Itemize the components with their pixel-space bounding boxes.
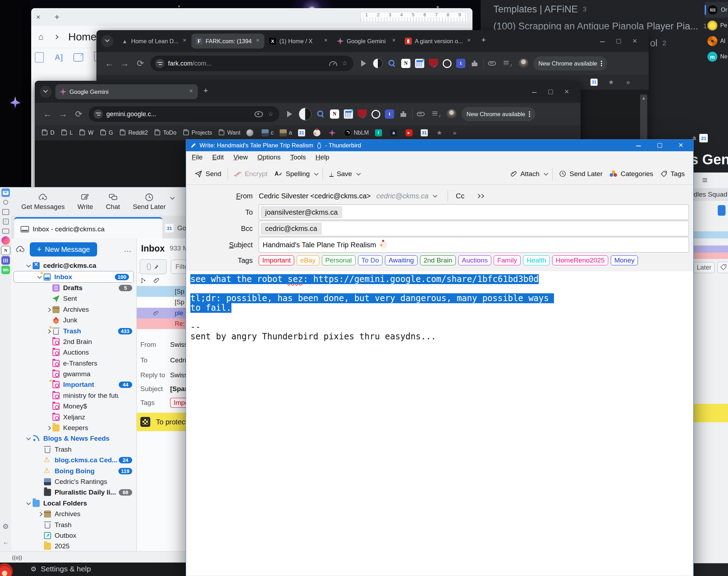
- calendar-31-bookmark-icon[interactable]: 31: [590, 79, 598, 86]
- extension-notion-icon[interactable]: N: [401, 59, 410, 68]
- settings-gear-icon[interactable]: ⚙: [1, 522, 10, 531]
- recipient-pill[interactable]: joansilvester@ckms.ca: [261, 207, 342, 218]
- bookmark-item[interactable]: [246, 129, 256, 136]
- extensions-menu-icon[interactable]: [470, 59, 479, 68]
- extension-shield-icon[interactable]: 73: [358, 109, 367, 119]
- close-tab-icon[interactable]: [323, 38, 329, 44]
- folder-row[interactable]: Outbox: [11, 530, 136, 541]
- folder-row[interactable]: Pluralistic Daily li... 68: [11, 487, 136, 498]
- close-tab-icon[interactable]: [254, 38, 261, 44]
- eye-icon[interactable]: [254, 111, 263, 117]
- network-status-icon[interactable]: ((o)): [12, 554, 22, 560]
- bookmark-item[interactable]: a: [390, 129, 399, 136]
- later-button-fragment[interactable]: Later: [694, 262, 715, 273]
- folder-row[interactable]: Keepers: [11, 423, 136, 433]
- bookmark-item[interactable]: Reddit2: [119, 129, 148, 136]
- folder-row[interactable]: Drafts 5: [11, 283, 136, 293]
- attach-button[interactable]: Attach: [506, 166, 543, 182]
- hamburger-menu-icon[interactable]: ≡: [702, 175, 707, 186]
- get-messages-button[interactable]: Get Messages: [21, 193, 65, 211]
- bookmark-item[interactable]: NbLM: [344, 129, 369, 137]
- browser-tab[interactable]: A giant version o...: [401, 34, 476, 49]
- reload-icon[interactable]: ⟳: [71, 109, 86, 119]
- close-button[interactable]: [673, 141, 689, 149]
- rail-tab[interactable]: Pe: [705, 18, 728, 33]
- send-later-button[interactable]: Send Later: [555, 166, 606, 182]
- notion-icon[interactable]: N: [1, 246, 10, 255]
- thread-column-icon[interactable]: [140, 277, 147, 284]
- close-button[interactable]: [627, 37, 643, 45]
- folder-row[interactable]: Trash: [11, 519, 136, 530]
- tag-pill[interactable]: Health: [523, 255, 550, 265]
- recipient-pill[interactable]: cedric@ckms.ca: [261, 223, 321, 235]
- star-bookmark-icon[interactable]: ★: [607, 79, 615, 86]
- spelling-dropdown-icon[interactable]: [313, 171, 320, 177]
- tags-button[interactable]: Tags: [657, 166, 688, 182]
- tag-pill[interactable]: Personal: [322, 255, 355, 265]
- menu-item[interactable]: View: [233, 153, 248, 161]
- quick-filter-button[interactable]: [140, 259, 167, 274]
- expander-icon[interactable]: [26, 501, 32, 506]
- chat-button[interactable]: Chat: [106, 193, 120, 211]
- expander-icon[interactable]: [45, 425, 52, 431]
- bookmark-item[interactable]: ToDo: [154, 129, 176, 136]
- browser-tab[interactable]: Google Gemini: [55, 84, 198, 99]
- minimize-button[interactable]: [630, 141, 646, 149]
- extension-calendar-icon[interactable]: [415, 59, 424, 68]
- subject-input[interactable]: Handmaid's Tale Plane Trip Realism: [259, 237, 689, 253]
- back-icon[interactable]: ←: [101, 58, 117, 68]
- folder-row[interactable]: gwamma: [11, 369, 136, 379]
- expander-icon[interactable]: [37, 511, 43, 517]
- bookmark-item[interactable]: W: [79, 129, 93, 136]
- browser-tab[interactable]: F FARK.com: (1394: [191, 34, 264, 49]
- bookmark-item[interactable]: L: [61, 129, 73, 136]
- settings-help-label[interactable]: Settings & help: [41, 565, 91, 573]
- to-input[interactable]: joansilvester@ckms.ca: [259, 204, 689, 220]
- write-button[interactable]: Write: [78, 193, 93, 211]
- expander-icon[interactable]: [26, 263, 32, 269]
- close-tab-icon[interactable]: [188, 89, 194, 95]
- extension-darkmode-icon[interactable]: [299, 108, 312, 120]
- tag-pill[interactable]: Auctions: [458, 255, 491, 265]
- collapse-rail-icon[interactable]: ←: [1, 538, 10, 546]
- chrome-update-pill[interactable]: New Chrome available: [461, 107, 535, 121]
- profile-avatar[interactable]: [447, 109, 457, 119]
- extension-search-icon[interactable]: [316, 109, 325, 119]
- back-icon[interactable]: ←: [40, 109, 55, 119]
- addressbook-space-icon[interactable]: [1, 198, 10, 207]
- folder-row[interactable]: cedric@ckms.ca: [11, 260, 136, 271]
- speed-icon[interactable]: [329, 61, 337, 66]
- folder-row[interactable]: Trash 433: [11, 326, 136, 336]
- folder-row[interactable]: blog.ckms.ca Ced... 24: [11, 455, 136, 465]
- chrome-update-pill[interactable]: New Chrome available: [533, 56, 607, 70]
- menu-item[interactable]: Help: [315, 153, 329, 161]
- folder-row[interactable]: Archives: [11, 509, 136, 519]
- close-tab-icon[interactable]: [466, 38, 472, 44]
- tables-icon[interactable]: [1, 256, 10, 265]
- quick-filter-toggle[interactable]: [718, 205, 726, 216]
- attachment-column-icon[interactable]: [153, 277, 159, 284]
- bookmark-item[interactable]: G: [100, 129, 113, 136]
- bookmark-item[interactable]: D: [41, 129, 55, 136]
- tag-pill[interactable]: eBay: [297, 255, 319, 265]
- minimize-button[interactable]: [526, 88, 542, 96]
- extension-calendar-icon[interactable]: [344, 109, 353, 119]
- link-icon[interactable]: [417, 112, 425, 116]
- browser-tab[interactable]: ▲ Home of Lean D...: [117, 34, 191, 49]
- bookmark-item[interactable]: 21: [298, 129, 307, 136]
- more-recipients-icon[interactable]: [475, 193, 482, 199]
- translate-icon[interactable]: A]: [55, 53, 63, 62]
- tag-pill[interactable]: Family: [494, 255, 521, 265]
- bookmark-item[interactable]: ▶: [405, 129, 415, 136]
- expander-icon[interactable]: [45, 307, 52, 312]
- extension-notion-icon[interactable]: N: [330, 109, 339, 119]
- bookmark-star-icon[interactable]: [342, 60, 348, 67]
- menu-dots-icon[interactable]: [529, 111, 530, 117]
- extension-g-icon[interactable]: [443, 59, 452, 68]
- folder-row[interactable]: 2nd Brain: [11, 337, 136, 347]
- address-bar[interactable]: gemini.google.c...: [89, 106, 279, 122]
- link-icon[interactable]: [488, 61, 496, 66]
- folder-row[interactable]: ministry for the future: [11, 390, 136, 401]
- vertical-tab[interactable]: Templates | AFFiNE 3: [481, 1, 728, 18]
- save-button[interactable]: ↓ Save: [326, 166, 355, 182]
